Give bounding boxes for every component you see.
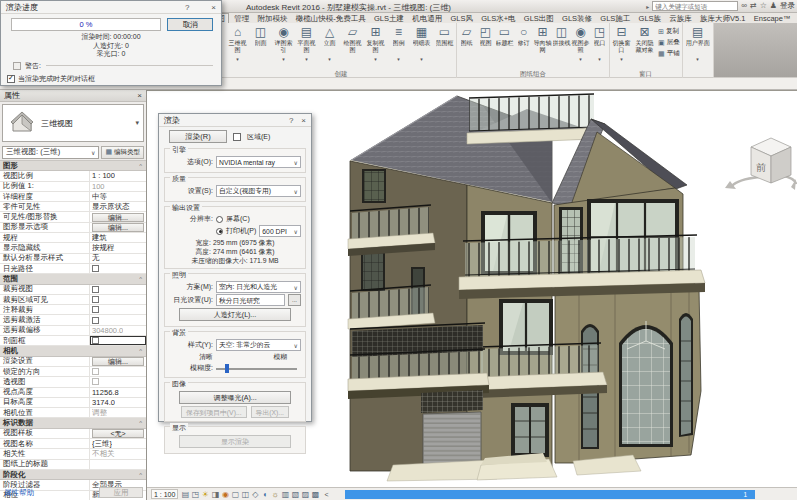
property-value[interactable]: 编辑... (90, 223, 146, 232)
view-control-icon[interactable]: ☼ (270, 489, 280, 500)
printer-radio[interactable] (216, 228, 223, 235)
apply-button[interactable]: 应用 (99, 487, 143, 498)
close-icon[interactable]: × (137, 91, 142, 100)
ribbon-button[interactable]: ▤ 用户界面 (683, 23, 713, 67)
property-row[interactable]: ^ 视图样板 <无> (0, 429, 146, 439)
property-value[interactable] (90, 285, 146, 294)
ribbon-button[interactable]: ▱ 图纸 (457, 23, 476, 67)
type-selector[interactable]: 三维视图 ▾ (2, 104, 144, 142)
ribbon-tab[interactable]: GLS装修 (559, 14, 595, 23)
property-row[interactable]: ^ 显示隐藏线 按规程 (0, 243, 146, 253)
ribbon-button-small[interactable]: ▣ 层叠 (656, 37, 682, 48)
export-button[interactable]: 导出(X)... (251, 406, 289, 418)
property-value[interactable] (90, 315, 146, 324)
property-row[interactable]: ^ 视点高度 11256.8 (0, 388, 146, 398)
view-control-icon[interactable]: ▨ (300, 489, 310, 500)
view-control-icon[interactable]: ◫ (240, 489, 250, 500)
property-row[interactable]: ^ 图形显示选项 编辑... (0, 223, 146, 233)
view-control-icon[interactable]: ◨ (210, 489, 220, 500)
view-scale-button[interactable]: 1 : 100 (151, 489, 178, 499)
ribbon-tab[interactable]: GLS族 (636, 14, 665, 23)
properties-help-link[interactable]: 属性帮助 (4, 488, 34, 498)
ribbon-button[interactable]: ≡ 图例 (387, 23, 410, 67)
property-value[interactable]: 编辑... (90, 212, 146, 221)
property-value[interactable]: 304800.0 (90, 326, 146, 335)
property-row[interactable]: ^ 默认分析显示样式 无 (0, 254, 146, 264)
ribbon-button[interactable]: △ 立面 (318, 23, 341, 67)
property-row[interactable]: ^ 视图名称 {三维} (0, 439, 146, 449)
ribbon-button[interactable]: ◉ 详图索引 (272, 23, 295, 67)
ribbon-button[interactable]: ▤ 平面视图 (295, 23, 318, 67)
property-row[interactable]: 阶段化 ^ (0, 470, 146, 480)
property-value[interactable]: 无 (90, 254, 146, 263)
sun-setting-field[interactable]: 秋分日光研究 (216, 294, 285, 306)
ribbon-button-small[interactable]: ▦ 平铺 (656, 48, 682, 59)
property-value[interactable]: 不相关 (90, 449, 146, 458)
quality-select[interactable]: 自定义(视图专用) ∨ (216, 185, 301, 197)
view-control-icon[interactable]: ◳ (190, 489, 200, 500)
checkbox[interactable] (92, 378, 99, 385)
view-control-icon[interactable]: ◇ (250, 489, 260, 500)
ribbon-tab[interactable]: 管理 (231, 14, 252, 23)
screen-radio[interactable] (216, 216, 223, 223)
property-value[interactable]: 编辑... (90, 357, 146, 366)
property-row[interactable]: 标识数据 ^ (0, 418, 146, 428)
render-dialog-titlebar[interactable]: 渲染 ? × (159, 114, 311, 127)
view-control-icon[interactable]: ◐ (260, 489, 270, 500)
haziness-slider[interactable] (216, 363, 301, 373)
property-row[interactable]: 图形 ^ (0, 161, 146, 171)
property-value[interactable]: 3174.0 (90, 398, 146, 407)
viewcube-front-label[interactable]: 前 (756, 162, 766, 173)
background-style-select[interactable]: 天空: 非常少的云 ∨ (216, 339, 301, 351)
property-value[interactable]: 按规程 (90, 243, 146, 252)
property-row[interactable]: ^ 详细程度 中等 (0, 192, 146, 202)
pin-icon[interactable]: ^ (139, 163, 146, 169)
view-control-icon[interactable]: ▧ (290, 489, 300, 500)
region-checkbox[interactable] (233, 133, 241, 141)
property-row[interactable]: ^ 规程 建筑 (0, 233, 146, 243)
ribbon-tab[interactable]: 橄榄山快模-免费工具 (293, 14, 369, 23)
ribbon-tab[interactable]: GLS出图 (521, 14, 557, 23)
property-value[interactable]: 100 (90, 182, 146, 191)
property-value[interactable]: 建筑 (90, 233, 146, 242)
checkbox[interactable] (92, 265, 99, 272)
cancel-button[interactable]: 取消 (167, 18, 213, 31)
warning-expander-icon[interactable] (13, 62, 21, 70)
ribbon-button[interactable]: ▱ 绘图视图 (341, 23, 364, 67)
browse-button[interactable]: ... (288, 294, 301, 306)
property-row[interactable]: ^ 远剪裁偏移 304800.0 (0, 326, 146, 336)
ribbon-tab[interactable]: Enscape™ (751, 14, 794, 23)
property-value[interactable] (90, 336, 146, 345)
property-row[interactable]: ^ 可见性/图形替换 编辑... (0, 212, 146, 222)
help-icon[interactable]: ? (181, 3, 193, 12)
ribbon-tab[interactable]: GLS风 (447, 14, 476, 23)
property-row[interactable]: 范围 ^ (0, 274, 146, 284)
property-value[interactable] (90, 460, 146, 469)
property-row[interactable]: ^ 日光路径 (0, 264, 146, 274)
checkbox[interactable] (92, 296, 99, 303)
pin-icon[interactable]: ^ (139, 276, 146, 282)
property-value[interactable]: 调整 (90, 408, 146, 417)
scroll-left-icon[interactable]: < (322, 491, 328, 498)
help-icon[interactable]: ? (285, 116, 297, 125)
ribbon-button[interactable]: ◫ 拼接线 (552, 23, 571, 67)
property-row[interactable]: ^ 注释裁剪 (0, 305, 146, 315)
user-icon[interactable]: ♟ (770, 1, 777, 11)
ribbon-tab[interactable]: GLS水+电 (478, 14, 518, 23)
checkbox[interactable] (92, 368, 99, 375)
checkbox[interactable] (92, 337, 99, 344)
property-value[interactable] (90, 295, 146, 304)
render-button[interactable]: 渲染(R) (169, 130, 227, 143)
ribbon-button[interactable]: ⊟ 切换窗口 (610, 23, 633, 67)
property-row[interactable]: ^ 锁定的方向 (0, 367, 146, 377)
ribbon-tab[interactable]: 云族库 (666, 14, 695, 23)
adjust-exposure-button[interactable]: 调整曝光(A)... (179, 391, 291, 404)
save-to-project-button[interactable]: 保存到项目中(V)... (181, 406, 247, 418)
property-row[interactable]: ^ 目标高度 3174.0 (0, 398, 146, 408)
ribbon-button[interactable]: ▭ 范围框 (433, 23, 456, 67)
artificial-lights-button[interactable]: 人造灯光(L)... (179, 308, 291, 321)
ribbon-tab[interactable]: 族库大师V5.1 (697, 14, 748, 23)
view-control-icon[interactable]: ☀ (200, 489, 210, 500)
property-row[interactable]: ^ 比例值 1: 100 (0, 182, 146, 192)
ribbon-button[interactable]: ◉ 视图参照 (571, 23, 590, 67)
